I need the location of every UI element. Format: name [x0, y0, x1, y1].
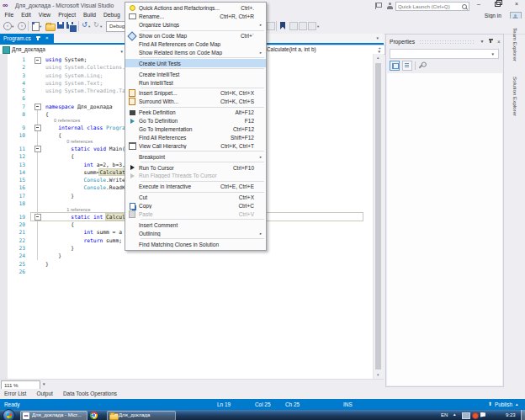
property-pages-icon[interactable] [418, 62, 424, 68]
taskbar-item-visual-studio[interactable]: ∞ Для_доклада - Micr... [20, 411, 88, 420]
navigate-forward-button[interactable]: › [18, 22, 26, 30]
project-dropdown[interactable]: Для_доклада ▼ [0, 45, 127, 54]
window-position-dropdown-icon[interactable]: ▼ [478, 39, 486, 44]
split-editor-handle[interactable]: + [378, 45, 381, 51]
sign-in-link[interactable]: Sign in [485, 13, 501, 19]
vertical-scrollbar[interactable]: ▲ ▼ [373, 54, 384, 379]
context-menu-item-find-all-references[interactable]: Find All ReferencesShift+F12 [125, 133, 266, 141]
taskbar-item-folder[interactable]: Для_доклада [107, 411, 176, 420]
context-menu-item-surround-with[interactable]: Surround With...Ctrl+K, Ctrl+S [125, 98, 266, 106]
context-menu-item-organize-usings[interactable]: Organize Usings► [125, 21, 266, 29]
menubar-item-build[interactable]: Build [80, 11, 100, 19]
fold-toggle-icon[interactable] [34, 57, 41, 64]
categorized-view-button[interactable] [390, 61, 400, 71]
taskbar-item-chrome-icon[interactable] [90, 412, 98, 419]
action-center-flag-icon[interactable] [480, 412, 485, 418]
scrollbar-thumb[interactable] [375, 63, 381, 369]
menubar-item-file[interactable]: File [1, 11, 18, 19]
navigate-backward-dropdown-icon[interactable]: ▾ [12, 24, 13, 29]
publish-expand-icon[interactable]: ▲ [515, 399, 518, 410]
context-menu-item-insert-comment[interactable]: Insert Comment [125, 221, 266, 229]
menubar-item-project[interactable]: Project [55, 11, 80, 19]
context-menu-item-copy[interactable]: CopyCtrl+C [125, 202, 266, 210]
navigate-backward-button[interactable]: ‹ [3, 22, 12, 30]
restore-button[interactable] [491, 0, 504, 9]
properties-header[interactable]: Properties ▼ × [386, 36, 503, 46]
context-menu-item-create-unit-tests[interactable]: Create Unit Tests [125, 59, 266, 67]
context-menu-item-rename[interactable]: Rename...Ctrl+R, Ctrl+R [125, 13, 266, 21]
bookmark-icon[interactable] [280, 22, 285, 29]
context-menu-item-peek-definition[interactable]: Peek DefinitionAlt+F12 [125, 109, 266, 117]
menubar-item-debug[interactable]: Debug [99, 11, 124, 19]
feedback-person-icon[interactable] [386, 3, 393, 9]
scroll-up-icon[interactable]: ▲ [376, 56, 379, 60]
tray-display-icon[interactable] [462, 412, 470, 419]
save-button[interactable] [57, 22, 64, 29]
toolbar-overflow-icon[interactable]: ▾ [317, 24, 319, 29]
tray-update-icon[interactable] [472, 412, 479, 419]
new-file-button[interactable] [32, 22, 40, 31]
fold-toggle-icon[interactable] [34, 104, 41, 110]
context-menu-item-go-to-definition[interactable]: Go To DefinitionF12 [125, 117, 266, 125]
context-menu-item-run-to-cursor[interactable]: Run To CursorCtrl+F10 [125, 163, 266, 172]
properties-object-dropdown[interactable]: ▼ [390, 49, 499, 59]
context-menu-item-insert-snippet[interactable]: Insert Snippet...Ctrl+K, Ctrl+X [125, 89, 266, 98]
minimize-button[interactable]: – [472, 0, 485, 9]
context-menu-item-show-related-items-on-code-map[interactable]: Show Related Items on Code Map► [125, 48, 266, 56]
toolbar-icon[interactable] [289, 22, 298, 30]
pin-icon[interactable] [37, 36, 39, 40]
code-line-26[interactable]: 26 [0, 268, 374, 275]
scroll-down-icon[interactable]: ▼ [376, 373, 379, 377]
chevron-down-icon[interactable]: ▼ [42, 382, 45, 386]
notifications-flag-icon[interactable] [375, 3, 380, 9]
side-tab-solution-explorer[interactable]: Solution Explorer [512, 72, 518, 120]
fold-toggle-icon[interactable] [34, 146, 41, 152]
fold-toggle-icon[interactable] [34, 214, 41, 221]
language-indicator[interactable]: EN [441, 410, 448, 420]
pin-icon[interactable] [486, 39, 495, 44]
code-line-24[interactable]: 24 } [0, 252, 374, 259]
quick-launch-input[interactable] [398, 3, 457, 10]
context-menu-item-create-intellitest[interactable]: Create IntelliTest [125, 70, 266, 78]
tab-program-cs[interactable]: Program.cs × [0, 34, 54, 43]
menubar-item-edit[interactable]: Edit [18, 11, 35, 19]
quick-launch-box[interactable] [395, 2, 469, 11]
context-menu-item-view-call-hierarchy[interactable]: View Call HierarchyCtrl+K, Ctrl+T [125, 141, 266, 150]
new-file-dropdown-icon[interactable]: ▾ [40, 24, 41, 29]
context-menu-item-run-intellitest[interactable]: Run IntelliTest [125, 78, 266, 87]
bottom-tab-error-list[interactable]: Error List [4, 389, 26, 399]
context-menu-item-cut[interactable]: CutCtrl+X [125, 194, 266, 202]
toolbar-icon[interactable] [299, 22, 307, 30]
fold-toggle-icon[interactable] [34, 125, 41, 131]
clock[interactable]: 9:23 [506, 410, 516, 420]
show-desktop-button[interactable] [521, 410, 525, 420]
context-menu-item-execute-in-interactive[interactable]: Execute in InteractiveCtrl+E, Ctrl+E [125, 183, 266, 191]
open-file-button[interactable] [45, 24, 56, 31]
redo-button[interactable]: ↻ [93, 21, 99, 29]
start-button[interactable] [3, 409, 15, 420]
document-list-dropdown-icon[interactable]: ▼ [376, 36, 379, 40]
publish-button[interactable]: Publish [495, 399, 512, 410]
bottom-tab-output[interactable]: Output [36, 389, 53, 399]
context-menu-item-show-on-code-map[interactable]: Show on Code MapCtrl+` [125, 32, 266, 40]
context-menu-item-find-all-references-on-code-map[interactable]: Find All References on Code Map [125, 40, 266, 49]
undo-button[interactable]: ↺ [82, 21, 88, 29]
context-menu-item-find-matching-clones-in-solution[interactable]: Find Matching Clones in Solution [125, 240, 266, 248]
close-panel-icon[interactable]: × [495, 39, 503, 45]
context-menu-item-breakpoint[interactable]: Breakpoint► [125, 152, 266, 161]
toolbar-icon[interactable] [308, 22, 316, 30]
context-menu-item-quick-actions-and-refactorings[interactable]: Quick Actions and Refactorings...Ctrl+. [125, 4, 266, 13]
alphabetical-view-button[interactable] [402, 61, 412, 71]
toolbar-icon[interactable] [267, 22, 275, 30]
side-tab-team-explorer[interactable]: Team Explorer [512, 24, 518, 66]
code-line-25[interactable]: 25} [0, 260, 374, 268]
save-all-button[interactable] [66, 22, 73, 29]
undo-dropdown-icon[interactable]: ▾ [88, 24, 90, 29]
redo-dropdown-icon[interactable]: ▾ [100, 24, 102, 29]
tab-close-icon[interactable]: × [45, 34, 49, 43]
context-menu-item-go-to-implementation[interactable]: Go To ImplementationCtrl+F12 [125, 125, 266, 134]
member-dropdown[interactable]: Calculate(int a, int b) ▼ [262, 45, 385, 55]
close-button[interactable]: × [510, 0, 523, 9]
menubar-item-view[interactable]: View [34, 11, 54, 19]
show-hidden-icons[interactable]: ▲ [453, 410, 456, 420]
